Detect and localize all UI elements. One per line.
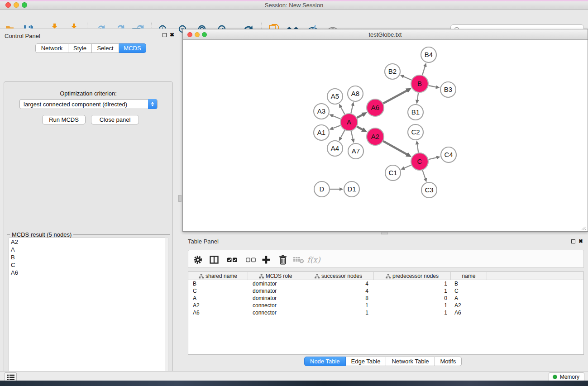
float-panel-icon[interactable] (163, 33, 167, 37)
mcds-result-item[interactable]: C (9, 261, 165, 269)
task-list-icon (7, 374, 14, 381)
table-cell[interactable]: 4 (303, 287, 374, 295)
table-cell[interactable]: dominator (248, 280, 303, 287)
table-cell[interactable]: A6 (188, 309, 248, 316)
run-mcds-button[interactable]: Run MCDS (42, 115, 86, 124)
tab-network[interactable]: Network (35, 43, 68, 53)
table-cell[interactable]: 8 (303, 295, 374, 302)
table-cell[interactable]: A2 (188, 302, 248, 309)
graph-edge-C-C3[interactable] (422, 170, 425, 178)
add-column-icon[interactable] (260, 254, 272, 266)
graph-edge-A-A2[interactable] (357, 127, 363, 130)
vertical-splitter-handle[interactable] (178, 195, 182, 202)
table-cell[interactable]: 1 (303, 309, 374, 316)
table-cell[interactable]: C (188, 287, 248, 295)
close-panel-button[interactable]: Close panel (91, 115, 139, 124)
mcds-result-item[interactable]: B (9, 253, 165, 261)
table-cell[interactable]: 1 (374, 309, 451, 316)
table-cell[interactable]: A6 (451, 309, 487, 316)
table-cell[interactable]: A2 (451, 302, 487, 309)
graph-edge-C-C2[interactable] (417, 144, 419, 153)
graph-edge-A-A8[interactable] (351, 105, 353, 113)
table-row[interactable]: Adominator80A (188, 295, 583, 302)
table-cell[interactable]: connector (248, 309, 303, 316)
tab-node-table[interactable]: Node Table (304, 357, 346, 366)
graph-edge-B-B3[interactable] (429, 86, 436, 87)
table-cell[interactable]: 0 (374, 295, 451, 302)
graph-edge-B-B2[interactable] (404, 76, 411, 80)
show-column-panel-icon[interactable] (208, 254, 220, 266)
criterion-dropdown[interactable]: largest connected component (directed) (19, 99, 158, 109)
table-float-panel-icon[interactable] (571, 239, 575, 243)
table-cell[interactable]: C (451, 287, 487, 295)
table-cell[interactable]: 1 (374, 287, 451, 295)
close-panel-icon[interactable]: ✖ (170, 32, 174, 38)
graph-node-label: A3 (317, 107, 325, 115)
table-cell[interactable]: A (451, 295, 487, 302)
table-cell[interactable]: A (188, 295, 248, 302)
mcds-result-item[interactable]: A2 (9, 238, 165, 246)
table-body: Bdominator41BCdominator41CAdominator80AA… (188, 280, 583, 316)
graph-edge-A-A3[interactable] (333, 116, 340, 119)
table-row[interactable]: A6connector11A6 (188, 309, 583, 316)
graph-edge-A-A6[interactable] (357, 115, 363, 118)
graph-edge-A6-B[interactable] (383, 91, 407, 103)
mcds-result-list[interactable]: A2ABCA6 (9, 238, 166, 386)
table-cell[interactable]: 1 (374, 302, 451, 309)
tab-motifs[interactable]: Motifs (435, 357, 462, 366)
mcds-list-scrollbar[interactable] (165, 238, 168, 386)
mcds-result-item[interactable]: A6 (9, 269, 165, 276)
table-cell[interactable]: connector (248, 302, 303, 309)
table-cell[interactable]: dominator (248, 287, 303, 295)
table-row[interactable]: A2connector11A2 (188, 302, 583, 309)
table-cell[interactable]: dominator (248, 295, 303, 302)
node-table[interactable]: shared name MCDS role successor nodes pr… (188, 272, 584, 355)
table-row[interactable]: Cdominator41C (188, 287, 583, 295)
graph-edge-B-B4[interactable] (422, 67, 425, 75)
table-cell[interactable]: B (188, 280, 248, 287)
function-builder-icon[interactable]: f(x) (308, 254, 320, 266)
column-header-successor-nodes[interactable]: successor nodes (303, 272, 374, 280)
memory-button[interactable]: Memory (549, 372, 584, 381)
graph-node-label: B2 (388, 67, 397, 75)
table-cell[interactable]: 1 (303, 302, 374, 309)
mcds-panel: Optimization criterion: largest connecte… (4, 81, 173, 386)
graph-node-label: B4 (425, 51, 433, 58)
network-window-titlebar[interactable]: testGlobe.txt (183, 29, 588, 40)
table-close-panel-icon[interactable]: ✖ (578, 238, 583, 244)
horizontal-splitter-handle[interactable] (381, 232, 388, 234)
delete-table-icon[interactable] (293, 254, 305, 266)
graph-node-label: C (417, 157, 422, 165)
graph-edge-C-C4[interactable] (429, 157, 437, 159)
tab-select[interactable]: Select (92, 43, 119, 53)
tab-style[interactable]: Style (68, 43, 92, 53)
tab-mcds[interactable]: MCDS (119, 43, 146, 53)
select-all-checkboxes-icon[interactable] (226, 254, 238, 266)
delete-column-icon[interactable] (277, 254, 289, 266)
table-cell[interactable]: B (451, 280, 487, 287)
window-resize-grip[interactable] (581, 224, 587, 230)
table-row[interactable]: Bdominator41B (188, 280, 583, 287)
network-graph-canvas[interactable]: B4B2BB3A8A5A6A3B1AA1C2A2A4A7C4CC1C3DD1 (183, 40, 588, 231)
graph-edge-A-A5[interactable] (341, 107, 345, 114)
column-header-shared-name[interactable]: shared name (188, 272, 248, 280)
mcds-result-item[interactable]: A (9, 246, 165, 253)
graph-edge-B-B1[interactable] (417, 93, 418, 100)
deselect-all-checkboxes-icon[interactable] (245, 254, 257, 266)
tab-edge-table[interactable]: Edge Table (346, 357, 387, 366)
graph-edge-C-C1[interactable] (404, 165, 411, 168)
column-header-mcds-role[interactable]: MCDS role (248, 272, 303, 280)
graph-edge-A-A1[interactable] (333, 125, 340, 128)
dropdown-stepper-icon (148, 99, 157, 109)
table-cell[interactable]: 4 (303, 280, 374, 287)
graph-node-label: B (417, 80, 422, 87)
table-cell[interactable]: 1 (374, 280, 451, 287)
graph-edge-A2-C[interactable] (383, 141, 407, 155)
graph-edge-A-A7[interactable] (351, 131, 353, 139)
tab-network-table[interactable]: Network Table (386, 357, 435, 366)
graph-edge-A-A4[interactable] (341, 130, 345, 138)
column-header-name[interactable]: name (451, 272, 487, 280)
graph-node-label: A (347, 118, 351, 126)
table-settings-icon[interactable] (192, 254, 204, 266)
column-header-predecessor-nodes[interactable]: predecessor nodes (374, 272, 451, 280)
